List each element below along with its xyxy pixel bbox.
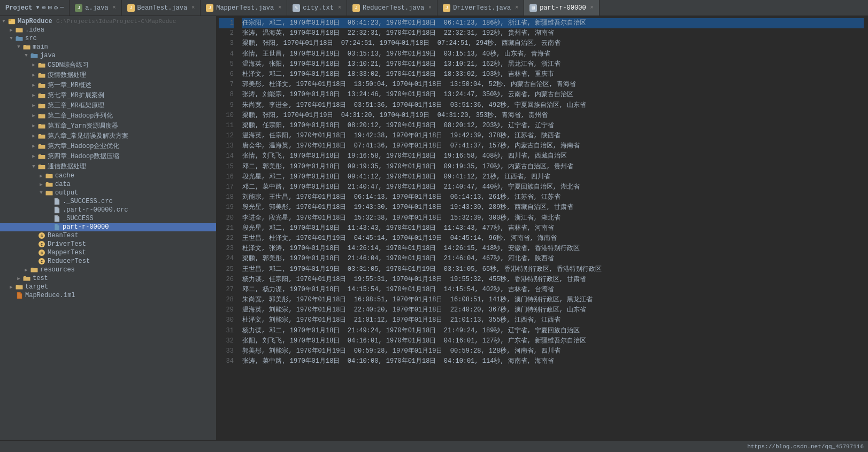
tree-item-main[interactable]: ▼main xyxy=(0,43,216,51)
tree-item-chapter1[interactable]: ▶第一章_MR概述 xyxy=(0,80,216,90)
tree-item-output[interactable]: ▼output xyxy=(0,189,216,197)
tree-icon-output xyxy=(45,189,53,197)
line-number: 5 xyxy=(219,59,234,69)
tree-item-target[interactable]: ▶target xyxy=(0,283,216,291)
tree-item-java[interactable]: ▼java xyxy=(0,51,216,60)
tree-icon-telecom xyxy=(37,163,46,170)
tab-label-city-txt: city.txt xyxy=(303,4,334,12)
tab-reducertest-java[interactable]: JReducerTest.java× xyxy=(347,0,437,15)
tree-item-part-crc[interactable]: .part-r-00000.crc xyxy=(0,206,216,214)
line-number: 31 xyxy=(219,326,234,336)
tree-icon-epidemic xyxy=(37,72,46,79)
tree-label-beantest: BeanTest xyxy=(48,232,79,239)
tree-item-chapter4[interactable]: ▶第四章_Hadoop数据压缩 xyxy=(0,151,216,161)
line-number: 18 xyxy=(219,192,234,202)
tab-bar: Project ▼ ⊕ ⊟ ⚙ — Ja.java×JBeanTest.java… xyxy=(0,0,868,16)
tree-arrow-src: ▼ xyxy=(7,36,15,41)
tab-city-txt[interactable]: ✎city.txt× xyxy=(287,0,347,15)
tree-item-idea[interactable]: ▶.idea xyxy=(0,26,216,34)
tree-arrow-chapter2: ▶ xyxy=(30,113,37,119)
tree-item-test[interactable]: ▶test xyxy=(0,274,216,283)
code-line: 杨力谋, 任宗阳, 1970年01月18日 19:55:31, 1970年01月… xyxy=(242,275,864,285)
tab-a-java[interactable]: Ja.java× xyxy=(70,0,121,15)
tab-label-mappertest-java: MapperTest.java xyxy=(216,4,274,12)
tab-drivertest-java[interactable]: JDriverTest.java× xyxy=(437,0,524,15)
tree-item-src[interactable]: ▼src xyxy=(0,34,216,43)
tab-close-reducertest-java[interactable]: × xyxy=(428,5,432,11)
tree-arrow-data: ▶ xyxy=(37,182,45,188)
tree-arrow-telecom: ▼ xyxy=(30,164,37,169)
line-number: 2 xyxy=(219,28,234,38)
code-line: 段光星, 郭美彤, 1970年01月18日 19:43:30, 1970年01月… xyxy=(242,202,864,213)
line-number: 1 xyxy=(219,18,234,28)
tree-arrow-project-root: ▼ xyxy=(0,19,7,24)
line-number: 10 xyxy=(219,111,234,121)
tree-item-chapter5[interactable]: ▶第五章_Yarn资源调度器 xyxy=(0,121,216,131)
code-line: 王世昌, 杜泽文, 1970年01月19日 04:45:14, 1970年01月… xyxy=(242,233,864,244)
tree-label-java: java xyxy=(40,52,56,59)
tree-item-epidemic[interactable]: ▶疫情数据处理 xyxy=(0,70,216,80)
line-number: 30 xyxy=(219,315,234,325)
project-panel-tab[interactable]: Project ▼ ⊕ ⊟ ⚙ — xyxy=(0,0,70,15)
code-line: 梁鹏, 任宗阳, 1970年01月18日 08:20:12, 1970年01月1… xyxy=(242,121,864,131)
tree-item-beantest[interactable]: CBeanTest xyxy=(0,231,216,240)
tree-item-success-crc[interactable]: ._SUCCESS.crc xyxy=(0,197,216,206)
code-line: 任宗阳, 邓二, 1970年01月18日 06:41:23, 1970年01月1… xyxy=(242,18,864,28)
tree-item-chapter6[interactable]: ▶第六章_Hadoop企业优化 xyxy=(0,141,216,151)
tree-item-mapreduce-iml[interactable]: MapReduce.iml xyxy=(0,291,216,300)
minimize-icon[interactable]: — xyxy=(60,4,64,12)
tree-item-chapter2[interactable]: ▶第二章_Hadoop序列化 xyxy=(0,111,216,121)
tree-arrow-chapter7: ▶ xyxy=(30,92,37,98)
tree-item-chapter3[interactable]: ▶第三章_MR框架原理 xyxy=(0,100,216,111)
code-line: 郭美彤, 杜泽文, 1970年01月18日 13:50:04, 1970年01月… xyxy=(242,80,864,90)
tab-close-a-java[interactable]: × xyxy=(113,5,116,11)
line-number: 26 xyxy=(219,275,234,285)
tab-close-drivertest-java[interactable]: × xyxy=(515,5,518,11)
code-line: 张涛, 刘能宗, 1970年01月18日 13:24:46, 1970年01月1… xyxy=(242,90,864,100)
tree-item-telecom[interactable]: ▼通信数据处理 xyxy=(0,161,216,172)
tree-arrow-epidemic: ▶ xyxy=(30,72,37,78)
tab-close-mappertest-java[interactable]: × xyxy=(278,5,281,11)
tree-arrow-idea: ▶ xyxy=(7,27,15,33)
tree-arrow-chapter4: ▶ xyxy=(30,153,37,159)
tree-arrow-chapter1: ▶ xyxy=(30,82,37,88)
tab-mappertest-java[interactable]: JMapperTest.java× xyxy=(201,0,287,15)
tree-item-mappertest[interactable]: CMapperTest xyxy=(0,248,216,257)
line-number: 9 xyxy=(219,100,234,111)
tree-item-resources[interactable]: ▶resources xyxy=(0,266,216,274)
tab-close-part-r-00000[interactable]: × xyxy=(590,5,594,11)
tab-label-reducertest-java: ReducerTest.java xyxy=(363,4,424,12)
tab-beantest-java[interactable]: JBeanTest.java× xyxy=(122,0,201,15)
line-number: 29 xyxy=(219,305,234,315)
tab-close-city-txt[interactable]: × xyxy=(338,5,341,11)
tree-item-cache[interactable]: ▶cache xyxy=(0,172,216,180)
tree-item-project-root[interactable]: ▼MapReduce G:\Projects\IdeaProject-C\Map… xyxy=(0,17,216,26)
tree-item-part-r-00000[interactable]: part-r-00000 xyxy=(0,223,216,231)
tree-item-csdn[interactable]: ▶CSDN综合练习 xyxy=(0,60,216,70)
tree-label-chapter3: 第三章_MR框架原理 xyxy=(48,101,104,110)
tree-arrow-main: ▼ xyxy=(15,44,22,50)
collapse-icon[interactable]: ⊟ xyxy=(48,4,52,12)
tree-icon-drivertest: C xyxy=(37,240,46,248)
tree-item-success[interactable]: _SUCCESS xyxy=(0,214,216,223)
settings-icon[interactable]: ⚙ xyxy=(54,4,58,12)
tree-arrow-chapter3: ▶ xyxy=(30,103,37,108)
tree-item-reducertest[interactable]: CReducerTest xyxy=(0,257,216,266)
tab-icon-a-java: J xyxy=(75,4,82,12)
line-number: 22 xyxy=(219,233,234,244)
tab-part-r-00000[interactable]: ▤part-r-00000× xyxy=(524,0,599,15)
tree-label-resources: resources xyxy=(40,266,75,274)
tree-icon-chapter6 xyxy=(37,143,46,150)
tree-label-part-crc: .part-r-00000.crc xyxy=(63,206,128,214)
line-number: 11 xyxy=(219,121,234,131)
tree-label-mappertest: MapperTest xyxy=(48,249,86,256)
tab-close-beantest-java[interactable]: × xyxy=(191,5,195,11)
editor-tabs: Ja.java×JBeanTest.java×JMapperTest.java×… xyxy=(70,0,868,15)
tree-item-chapter7[interactable]: ▶第七章_MR扩展案例 xyxy=(0,90,216,100)
code-line: 温海英, 刘能宗, 1970年01月18日 22:40:20, 1970年01月… xyxy=(242,305,864,315)
line-number: 33 xyxy=(219,346,234,356)
locate-icon[interactable]: ⊕ xyxy=(42,4,45,12)
tree-item-chapter8[interactable]: ▶第八章_常见错误及解决方案 xyxy=(0,131,216,141)
tree-item-drivertest[interactable]: CDriverTest xyxy=(0,240,216,248)
tree-item-data[interactable]: ▶data xyxy=(0,180,216,189)
